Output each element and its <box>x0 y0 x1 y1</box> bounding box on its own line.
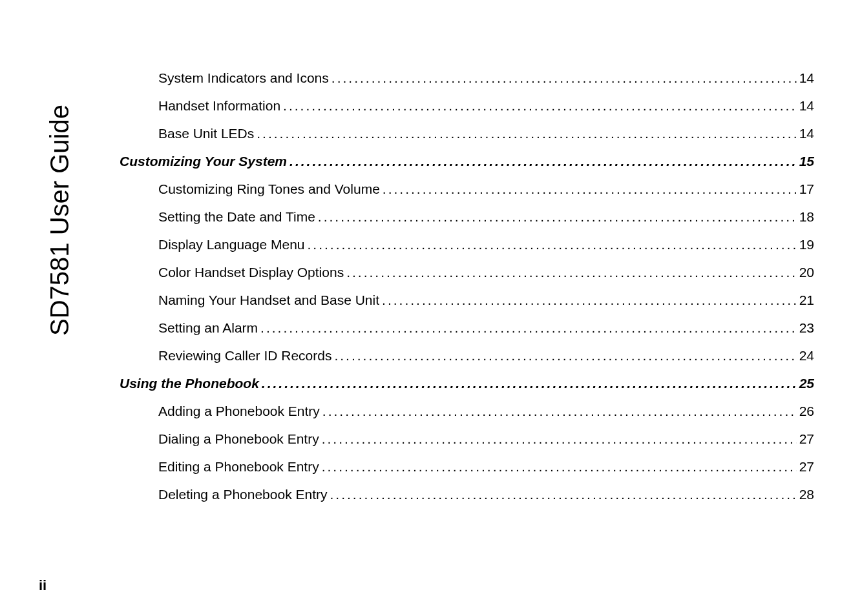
toc-leader <box>344 265 797 279</box>
toc-entry: Color Handset Display Options 20 <box>120 265 814 279</box>
toc-title: Base Unit LEDs <box>158 127 254 140</box>
toc-title: Adding a Phonebook Entry <box>158 404 320 418</box>
toc-page: 15 <box>797 154 814 168</box>
toc-entry: Reviewing Caller ID Records 24 <box>120 349 814 362</box>
toc-entry: Base Unit LEDs 14 <box>120 127 814 140</box>
toc-entry: Display Language Menu 19 <box>120 238 814 251</box>
toc-leader <box>315 210 797 223</box>
toc-leader <box>331 349 796 362</box>
page-number: ii <box>39 577 47 594</box>
toc-heading-entry: Customizing Your System 15 <box>120 154 814 168</box>
toc-entry: Deleting a Phonebook Entry 28 <box>120 488 814 501</box>
toc-leader <box>254 127 796 140</box>
toc-leader <box>320 404 797 418</box>
sidebar-title: SD7581 User Guide <box>45 105 74 336</box>
toc-title: Color Handset Display Options <box>158 265 344 279</box>
toc-entry: Customizing Ring Tones and Volume 17 <box>120 182 814 196</box>
toc-page: 27 <box>797 460 814 473</box>
toc-page: 28 <box>797 488 814 501</box>
toc-title: Deleting a Phonebook Entry <box>158 488 328 501</box>
toc-title: Handset Information <box>158 99 280 112</box>
toc-title: Dialing a Phonebook Entry <box>158 432 319 446</box>
toc-page: 14 <box>797 99 814 112</box>
toc-page: 24 <box>797 349 814 362</box>
toc-leader <box>319 432 797 446</box>
toc-title: Naming Your Handset and Base Unit <box>158 293 379 307</box>
toc-leader <box>328 488 797 501</box>
toc-leader <box>287 154 797 168</box>
toc-page: 14 <box>797 71 814 85</box>
toc-leader <box>259 376 797 390</box>
toc-leader <box>305 238 797 251</box>
toc-page: 20 <box>797 265 814 279</box>
toc-leader <box>258 321 797 334</box>
toc-page: 23 <box>797 321 814 334</box>
toc-entry: Dialing a Phonebook Entry 27 <box>120 432 814 446</box>
toc-page: 25 <box>797 376 814 390</box>
toc-page: 19 <box>797 238 814 251</box>
toc-leader <box>380 182 797 196</box>
toc-page: 18 <box>797 210 814 223</box>
toc-page: 14 <box>797 127 814 140</box>
toc-title: Setting an Alarm <box>158 321 258 334</box>
toc-entry: System Indicators and Icons 14 <box>120 71 814 85</box>
toc-title: Using the Phonebook <box>120 376 259 390</box>
document-page: SD7581 User Guide ii System Indicators a… <box>0 0 862 616</box>
toc-title: Customizing Ring Tones and Volume <box>158 182 380 196</box>
toc-entry: Adding a Phonebook Entry 26 <box>120 404 814 418</box>
toc-leader <box>280 99 797 112</box>
toc-title: Customizing Your System <box>120 154 287 168</box>
table-of-contents: System Indicators and Icons 14 Handset I… <box>120 71 814 515</box>
toc-title: Reviewing Caller ID Records <box>158 349 331 362</box>
toc-heading-entry: Using the Phonebook 25 <box>120 376 814 390</box>
toc-entry: Naming Your Handset and Base Unit 21 <box>120 293 814 307</box>
toc-title: System Indicators and Icons <box>158 71 329 85</box>
toc-entry: Editing a Phonebook Entry 27 <box>120 460 814 473</box>
toc-entry: Handset Information 14 <box>120 99 814 112</box>
toc-entry: Setting the Date and Time 18 <box>120 210 814 223</box>
toc-leader <box>329 71 797 85</box>
toc-leader <box>379 293 797 307</box>
toc-title: Display Language Menu <box>158 238 305 251</box>
toc-page: 27 <box>797 432 814 446</box>
toc-page: 26 <box>797 404 814 418</box>
toc-leader <box>319 460 797 473</box>
toc-title: Editing a Phonebook Entry <box>158 460 319 473</box>
toc-page: 21 <box>797 293 814 307</box>
toc-entry: Setting an Alarm 23 <box>120 321 814 334</box>
toc-page: 17 <box>797 182 814 196</box>
toc-title: Setting the Date and Time <box>158 210 315 223</box>
